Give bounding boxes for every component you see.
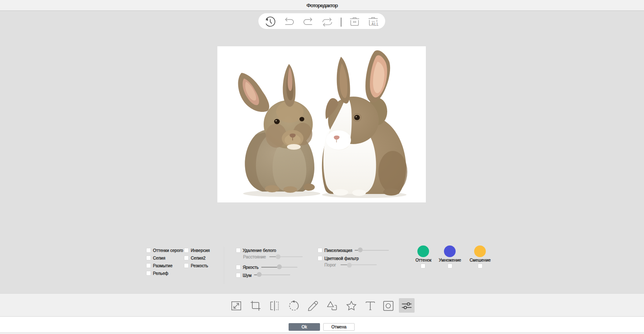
svg-text:ALL: ALL bbox=[371, 22, 378, 27]
